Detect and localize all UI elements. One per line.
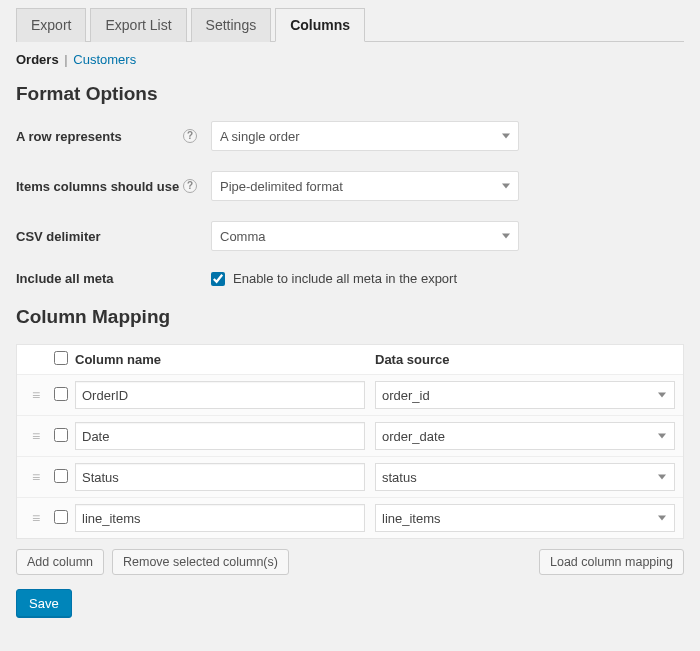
select-data-source[interactable]: order_date xyxy=(375,422,675,450)
help-icon[interactable]: ? xyxy=(183,129,197,143)
label-csv-delimiter: CSV delimiter xyxy=(16,229,101,244)
remove-selected-button[interactable]: Remove selected column(s) xyxy=(112,549,289,575)
checkbox-include-meta[interactable] xyxy=(211,272,225,286)
tab-settings[interactable]: Settings xyxy=(191,8,272,42)
input-column-name[interactable] xyxy=(75,381,365,409)
subnav-orders[interactable]: Orders xyxy=(16,52,59,67)
chevron-down-icon xyxy=(658,393,666,398)
heading-column-mapping: Column Mapping xyxy=(16,306,684,328)
table-row: ≡ order_id xyxy=(17,374,683,415)
save-button[interactable]: Save xyxy=(16,589,72,618)
select-data-source[interactable]: order_id xyxy=(375,381,675,409)
column-mapping-table: Column name Data source ≡ order_id ≡ ord… xyxy=(16,344,684,539)
subnav-customers[interactable]: Customers xyxy=(73,52,136,67)
table-header-name: Column name xyxy=(75,352,375,367)
tab-columns[interactable]: Columns xyxy=(275,8,365,42)
add-column-button[interactable]: Add column xyxy=(16,549,104,575)
label-include-meta: Include all meta xyxy=(16,271,114,286)
heading-format-options: Format Options xyxy=(16,83,684,105)
drag-handle-icon[interactable]: ≡ xyxy=(25,469,47,485)
select-items-columns[interactable]: Pipe-delimited format xyxy=(211,171,519,201)
checkbox-include-meta-label: Enable to include all meta in the export xyxy=(233,271,457,286)
select-items-columns-value: Pipe-delimited format xyxy=(220,179,343,194)
label-items-columns: Items columns should use xyxy=(16,179,179,194)
chevron-down-icon xyxy=(502,234,510,239)
drag-handle-icon[interactable]: ≡ xyxy=(25,387,47,403)
select-data-source-value: order_id xyxy=(382,388,430,403)
select-data-source[interactable]: status xyxy=(375,463,675,491)
tab-export-list[interactable]: Export List xyxy=(90,8,186,42)
chevron-down-icon xyxy=(502,184,510,189)
select-csv-delimiter[interactable]: Comma xyxy=(211,221,519,251)
table-header-source: Data source xyxy=(375,352,675,367)
select-data-source-value: line_items xyxy=(382,511,441,526)
chevron-down-icon xyxy=(658,434,666,439)
chevron-down-icon xyxy=(502,134,510,139)
drag-handle-icon[interactable]: ≡ xyxy=(25,510,47,526)
checkbox-row[interactable] xyxy=(54,469,68,483)
subnav-separator: | xyxy=(64,52,67,67)
input-column-name[interactable] xyxy=(75,463,365,491)
label-row-represents: A row represents xyxy=(16,129,122,144)
input-column-name[interactable] xyxy=(75,422,365,450)
load-column-mapping-button[interactable]: Load column mapping xyxy=(539,549,684,575)
nav-tabs: Export Export List Settings Columns xyxy=(16,8,684,42)
select-csv-delimiter-value: Comma xyxy=(220,229,266,244)
checkbox-select-all[interactable] xyxy=(54,351,68,365)
tab-export[interactable]: Export xyxy=(16,8,86,42)
table-row: ≡ order_date xyxy=(17,415,683,456)
drag-handle-icon[interactable]: ≡ xyxy=(25,428,47,444)
select-row-represents-value: A single order xyxy=(220,129,300,144)
table-row: ≡ status xyxy=(17,456,683,497)
chevron-down-icon xyxy=(658,516,666,521)
select-data-source[interactable]: line_items xyxy=(375,504,675,532)
help-icon[interactable]: ? xyxy=(183,179,197,193)
checkbox-row[interactable] xyxy=(54,428,68,442)
chevron-down-icon xyxy=(658,475,666,480)
input-column-name[interactable] xyxy=(75,504,365,532)
subnav: Orders | Customers xyxy=(16,52,684,67)
select-row-represents[interactable]: A single order xyxy=(211,121,519,151)
checkbox-row[interactable] xyxy=(54,510,68,524)
select-data-source-value: status xyxy=(382,470,417,485)
select-data-source-value: order_date xyxy=(382,429,445,444)
table-row: ≡ line_items xyxy=(17,497,683,538)
checkbox-row[interactable] xyxy=(54,387,68,401)
